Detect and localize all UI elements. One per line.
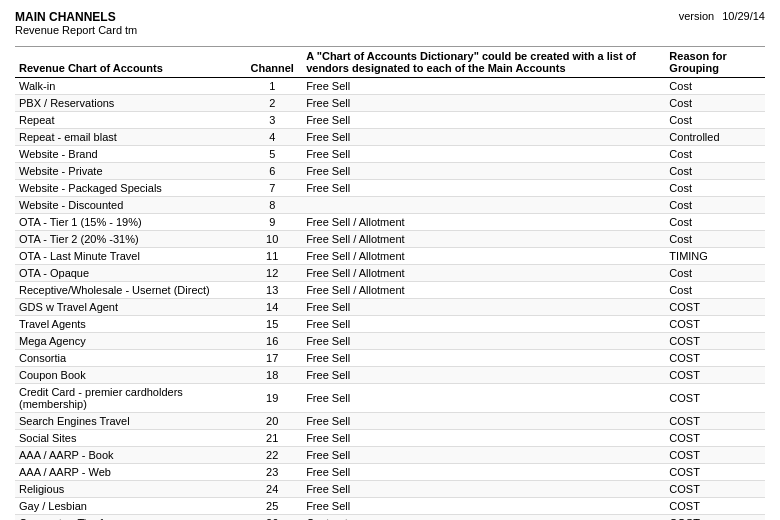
version-value: 10/29/14 xyxy=(722,10,765,22)
cell-channel: 9 xyxy=(242,214,302,231)
cell-reason: Cost xyxy=(665,95,765,112)
cell-account: Repeat - email blast xyxy=(15,129,242,146)
cell-reason: COST xyxy=(665,447,765,464)
cell-description: Free Sell xyxy=(302,430,665,447)
table-row: OTA - Tier 1 (15% - 19%)9Free Sell / All… xyxy=(15,214,765,231)
cell-account: OTA - Tier 1 (15% - 19%) xyxy=(15,214,242,231)
cell-channel: 3 xyxy=(242,112,302,129)
table-row: Repeat - email blast4Free SellControlled xyxy=(15,129,765,146)
cell-description: Free Sell xyxy=(302,78,665,95)
cell-channel: 6 xyxy=(242,163,302,180)
cell-channel: 2 xyxy=(242,95,302,112)
cell-description: Free Sell xyxy=(302,333,665,350)
cell-channel: 16 xyxy=(242,333,302,350)
cell-reason: COST xyxy=(665,413,765,430)
cell-channel: 13 xyxy=(242,282,302,299)
cell-channel: 8 xyxy=(242,197,302,214)
cell-description: Free Sell / Allotment xyxy=(302,248,665,265)
cell-reason: COST xyxy=(665,384,765,413)
cell-account: PBX / Reservations xyxy=(15,95,242,112)
cell-description: Free Sell xyxy=(302,350,665,367)
cell-channel: 23 xyxy=(242,464,302,481)
cell-reason: Cost xyxy=(665,163,765,180)
cell-account: AAA / AARP - Web xyxy=(15,464,242,481)
cell-account: GDS w Travel Agent xyxy=(15,299,242,316)
table-row: Receptive/Wholesale - Usernet (Direct)13… xyxy=(15,282,765,299)
table-row: Consortia17Free SellCOST xyxy=(15,350,765,367)
cell-channel: 4 xyxy=(242,129,302,146)
version-block: version 10/29/14 xyxy=(679,10,765,22)
cell-channel: 11 xyxy=(242,248,302,265)
cell-channel: 21 xyxy=(242,430,302,447)
subtitle: Revenue Report Card tm xyxy=(15,24,137,36)
cell-account: Website - Discounted xyxy=(15,197,242,214)
col-header-reason: Reason for Grouping xyxy=(665,47,765,78)
cell-channel: 19 xyxy=(242,384,302,413)
cell-channel: 18 xyxy=(242,367,302,384)
cell-account: OTA - Opaque xyxy=(15,265,242,282)
cell-account: Social Sites xyxy=(15,430,242,447)
cell-description: Free Sell xyxy=(302,413,665,430)
cell-reason: COST xyxy=(665,316,765,333)
cell-channel: 20 xyxy=(242,413,302,430)
cell-reason: Cost xyxy=(665,112,765,129)
cell-reason: Controlled xyxy=(665,129,765,146)
table-row: Travel Agents15Free SellCOST xyxy=(15,316,765,333)
cell-channel: 22 xyxy=(242,447,302,464)
table-row: Mega Agency16Free SellCOST xyxy=(15,333,765,350)
cell-reason: Cost xyxy=(665,214,765,231)
table-row: Credit Card - premier cardholders (membe… xyxy=(15,384,765,413)
cell-description xyxy=(302,197,665,214)
cell-reason: Cost xyxy=(665,197,765,214)
cell-description: Free Sell xyxy=(302,129,665,146)
cell-account: OTA - Last Minute Travel xyxy=(15,248,242,265)
cell-description: Free Sell xyxy=(302,112,665,129)
col-header-account: Revenue Chart of Accounts xyxy=(15,47,242,78)
table-row: Coupon Book18Free SellCOST xyxy=(15,367,765,384)
cell-channel: 5 xyxy=(242,146,302,163)
col-header-description: A "Chart of Accounts Dictionary" could b… xyxy=(302,47,665,78)
cell-description: Free Sell xyxy=(302,299,665,316)
cell-account: Website - Private xyxy=(15,163,242,180)
cell-account: Walk-in xyxy=(15,78,242,95)
cell-channel: 14 xyxy=(242,299,302,316)
table-row: OTA - Last Minute Travel11Free Sell / Al… xyxy=(15,248,765,265)
cell-account: Travel Agents xyxy=(15,316,242,333)
cell-account: Corporate - Tier 1 xyxy=(15,515,242,521)
cell-channel: 17 xyxy=(242,350,302,367)
cell-reason: Cost xyxy=(665,265,765,282)
main-container: MAIN CHANNELS Revenue Report Card tm ver… xyxy=(0,0,780,520)
cell-reason: Cost xyxy=(665,78,765,95)
cell-description: Free Sell / Allotment xyxy=(302,231,665,248)
table-row: AAA / AARP - Web23Free SellCOST xyxy=(15,464,765,481)
cell-description: Free Sell / Allotment xyxy=(302,282,665,299)
header-row: MAIN CHANNELS Revenue Report Card tm ver… xyxy=(15,10,765,44)
cell-description: Free Sell / Allotment xyxy=(302,265,665,282)
cell-account: Website - Brand xyxy=(15,146,242,163)
cell-account: Gay / Lesbian xyxy=(15,498,242,515)
table-row: GDS w Travel Agent14Free SellCOST xyxy=(15,299,765,316)
cell-reason: COST xyxy=(665,481,765,498)
cell-description: Free Sell xyxy=(302,163,665,180)
cell-description: Free Sell xyxy=(302,316,665,333)
cell-account: Credit Card - premier cardholders (membe… xyxy=(15,384,242,413)
cell-description: Contract xyxy=(302,515,665,521)
cell-description: Free Sell xyxy=(302,146,665,163)
cell-channel: 7 xyxy=(242,180,302,197)
cell-account: Religious xyxy=(15,481,242,498)
cell-description: Free Sell xyxy=(302,498,665,515)
cell-channel: 15 xyxy=(242,316,302,333)
table-row: AAA / AARP - Book22Free SellCOST xyxy=(15,447,765,464)
cell-description: Free Sell xyxy=(302,447,665,464)
cell-reason: COST xyxy=(665,350,765,367)
cell-account: OTA - Tier 2 (20% -31%) xyxy=(15,231,242,248)
cell-description: Free Sell xyxy=(302,180,665,197)
cell-reason: Cost xyxy=(665,180,765,197)
cell-account: AAA / AARP - Book xyxy=(15,447,242,464)
cell-description: Free Sell xyxy=(302,481,665,498)
cell-channel: 1 xyxy=(242,78,302,95)
table-row: Gay / Lesbian25Free SellCOST xyxy=(15,498,765,515)
cell-reason: COST xyxy=(665,515,765,521)
table-row: OTA - Tier 2 (20% -31%)10Free Sell / All… xyxy=(15,231,765,248)
cell-channel: 26 xyxy=(242,515,302,521)
